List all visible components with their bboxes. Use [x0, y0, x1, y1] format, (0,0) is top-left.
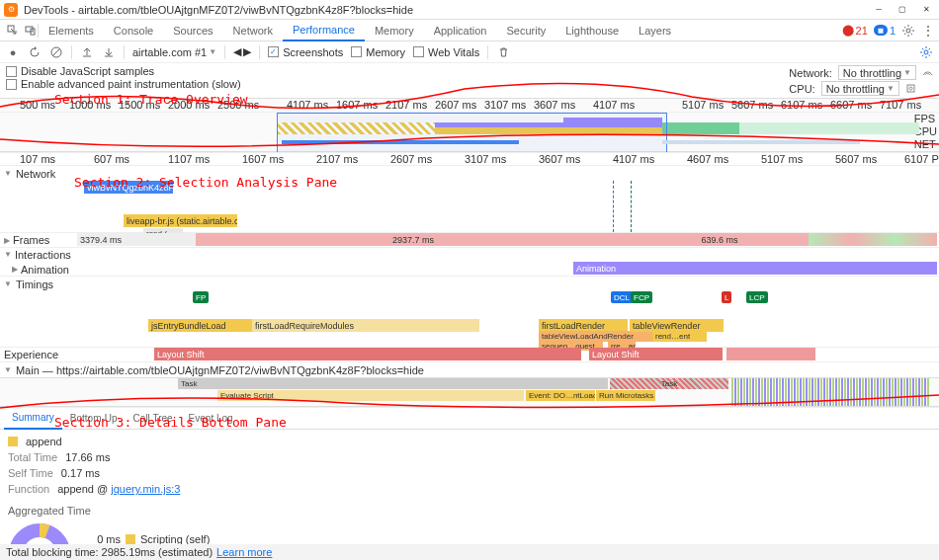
record-button[interactable]: ● [6, 45, 20, 59]
tab-network[interactable]: Network [223, 20, 283, 41]
network-request-bar[interactable]: liveapp-br.js (static.airtable.com) [124, 214, 237, 227]
svg-line-5 [52, 48, 60, 56]
save-button[interactable] [102, 45, 116, 59]
marker-dcl[interactable]: DCL [611, 291, 633, 303]
webvitals-checkbox[interactable]: Web Vitals [413, 46, 479, 58]
screenshots-checkbox[interactable]: Screenshots [268, 46, 343, 58]
details-summary: append Total Time17.66 ms Self Time0.17 … [0, 430, 939, 560]
tab-memory[interactable]: Memory [365, 20, 424, 41]
memory-checkbox[interactable]: Memory [351, 46, 405, 58]
frames-track: ▶Frames 3379.4 ms 2937.7 ms 639.6 ms [0, 233, 939, 248]
tab-application[interactable]: Application [424, 20, 497, 41]
settings-icon[interactable] [901, 24, 915, 38]
minimize-button[interactable]: ─ [870, 3, 888, 17]
svg-point-8 [909, 87, 912, 90]
panel-tabbar: Elements Console Sources Network Perform… [0, 20, 939, 41]
svg-rect-7 [907, 85, 914, 92]
marker-l[interactable]: L [722, 291, 731, 303]
details-tab-summary[interactable]: Summary [4, 408, 62, 430]
annotation-section-1: Section 1: Trace Overview [54, 92, 248, 107]
tab-console[interactable]: Console [104, 20, 163, 41]
window-title: DevTools - airtable.com/tbleOUAjtgnMFZ0T… [24, 4, 413, 16]
tab-sources[interactable]: Sources [163, 20, 222, 41]
event-name: append [26, 436, 62, 447]
overview-label-net: NET [914, 138, 937, 150]
cpu-throttle-label: CPU: [789, 83, 814, 95]
disable-js-samples-checkbox[interactable]: Disable JavaScript samples [6, 65, 777, 77]
flamechart-ruler: 107 ms 607 ms 1107 ms 1607 ms 2107 ms 26… [0, 152, 939, 166]
interactions-track: ▼Interactions ▶Animation Animation [0, 248, 939, 277]
window-titlebar: ⚙ DevTools - airtable.com/tbleOUAjtgnMFZ… [0, 0, 939, 20]
reload-record-button[interactable] [28, 45, 42, 59]
annotation-section-2: Section 2: Selection Analysis Pane [74, 175, 337, 190]
cpu-throttle-select[interactable]: No throttling▼ [821, 81, 899, 96]
source-link[interactable]: jquery.min.js:3 [111, 483, 180, 495]
advanced-paint-checkbox[interactable]: Enable advanced paint instrumentation (s… [6, 78, 777, 90]
annotation-section-3: Section 3: Details Bottom Pane [54, 415, 287, 430]
perf-toolbar: ● airtable.com #1▼ ◀▶ Screenshots Memory… [0, 41, 939, 63]
tab-elements[interactable]: Elements [39, 20, 104, 41]
devtools-icon: ⚙ [4, 3, 18, 17]
timings-track: ▼Timings FP DCL FCP L LCP jsEntryBundleL… [0, 277, 939, 348]
inspect-icon[interactable] [6, 24, 20, 38]
network-conditions-icon[interactable] [922, 67, 933, 78]
statusbar: Total blocking time: 2985.19ms (estimate… [0, 544, 939, 560]
marker-fcp[interactable]: FCP [631, 291, 652, 303]
svg-point-3 [906, 29, 910, 33]
svg-point-6 [924, 50, 928, 54]
profile-selector[interactable]: airtable.com #1▼ [132, 46, 216, 58]
device-icon[interactable] [24, 24, 38, 38]
tab-security[interactable]: Security [496, 20, 555, 41]
network-throttle-label: Network: [789, 67, 831, 79]
network-throttle-select[interactable]: No throttling▼ [838, 65, 916, 80]
close-button[interactable]: ✕ [917, 3, 935, 17]
main-track: ▼Main — https://airtable.com/tbleOUAjtgn… [0, 362, 939, 408]
kebab-icon[interactable]: ⋮ [921, 23, 935, 39]
tab-lighthouse[interactable]: Lighthouse [555, 20, 629, 41]
load-button[interactable] [80, 45, 94, 59]
marker-fp[interactable]: FP [193, 291, 209, 303]
clear-button[interactable] [49, 45, 63, 59]
hw-concurrency-icon[interactable] [905, 83, 916, 94]
aggregated-heading: Aggregated Time [8, 505, 931, 517]
garbage-collect-button[interactable] [496, 45, 510, 59]
learn-more-link[interactable]: Learn more [216, 546, 272, 558]
tab-performance[interactable]: Performance [283, 20, 365, 41]
error-badge[interactable]: ⬤21 [842, 24, 868, 37]
maximize-button[interactable]: ▢ [894, 3, 911, 17]
marker-lcp[interactable]: LCP [746, 291, 768, 303]
message-badge[interactable]: ■1 [874, 25, 896, 37]
experience-track: Experience Layout Shift Layout Shift [0, 348, 939, 362]
tab-layers[interactable]: Layers [629, 20, 681, 41]
perf-settings-icon[interactable] [919, 45, 933, 59]
history-nav[interactable]: ◀▶ [233, 45, 251, 58]
